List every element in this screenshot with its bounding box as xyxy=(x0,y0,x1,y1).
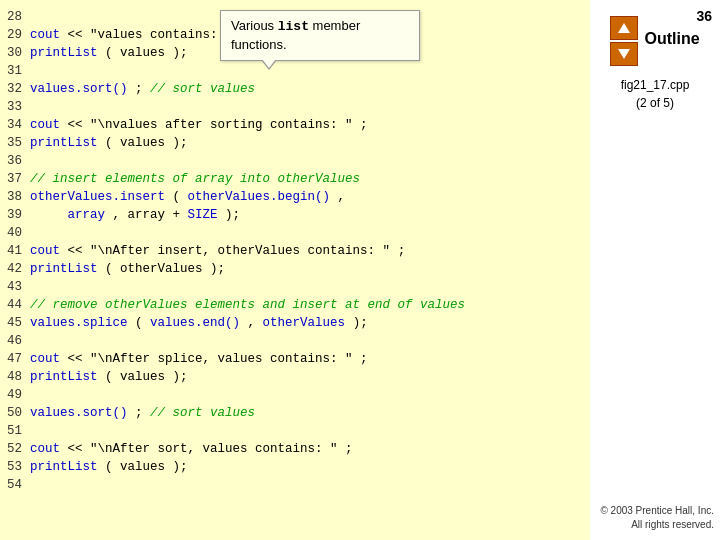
line-num-43: 43 xyxy=(0,278,30,296)
code-token: "\nAfter insert, otherValues contains: " xyxy=(90,244,390,258)
line-num-32: 32 xyxy=(0,80,30,98)
line-num-36: 36 xyxy=(0,152,30,170)
code-token xyxy=(30,208,60,222)
code-token: ( values ); xyxy=(105,46,188,60)
nav-up-button[interactable] xyxy=(610,16,638,40)
code-token: , array + xyxy=(113,208,188,222)
line-content-36 xyxy=(30,152,590,170)
fig-info: fig21_17.cpp(2 of 5) xyxy=(621,76,690,112)
svg-marker-1 xyxy=(618,49,630,59)
code-line-47: 47 cout << "\nAfter splice, values conta… xyxy=(0,350,590,368)
code-token: printList xyxy=(30,262,98,276)
line-num-33: 33 xyxy=(0,98,30,116)
code-token: , xyxy=(248,316,263,330)
line-content-47: cout << "\nAfter splice, values contains… xyxy=(30,350,590,368)
line-num-29: 29 xyxy=(0,26,30,44)
code-line-46: 46 xyxy=(0,332,590,350)
code-line-37: 37 // insert elements of array into othe… xyxy=(0,170,590,188)
copyright-notice: © 2003 Prentice Hall, Inc.All rights res… xyxy=(600,504,714,532)
code-line-50: 50 values.sort() ; // sort values xyxy=(0,404,590,422)
code-token: << xyxy=(68,118,91,132)
line-content-34: cout << "\nvalues after sorting contains… xyxy=(30,116,590,134)
code-line-41: 41 cout << "\nAfter insert, otherValues … xyxy=(0,242,590,260)
code-token: ( otherValues ); xyxy=(105,262,225,276)
code-token: SIZE xyxy=(188,208,218,222)
code-token: values.splice xyxy=(30,316,128,330)
line-num-42: 42 xyxy=(0,260,30,278)
svg-marker-0 xyxy=(618,23,630,33)
code-line-36: 36 xyxy=(0,152,590,170)
code-line-40: 40 xyxy=(0,224,590,242)
nav-arrows xyxy=(610,16,638,66)
code-token: ( xyxy=(135,316,150,330)
line-content-32: values.sort() ; // sort values xyxy=(30,80,590,98)
sidebar: 36 Outline fig21_17.cpp(2 of 5) © xyxy=(590,0,720,540)
line-num-30: 30 xyxy=(0,44,30,62)
line-num-44: 44 xyxy=(0,296,30,314)
main-container: Various list member functions. 28 29 cou… xyxy=(0,0,720,540)
code-line-33: 33 xyxy=(0,98,590,116)
line-content-44: // remove otherValues elements and inser… xyxy=(30,296,590,314)
code-line-38: 38 otherValues.insert ( otherValues.begi… xyxy=(0,188,590,206)
code-token: ); xyxy=(353,316,368,330)
code-line-31: 31 xyxy=(0,62,590,80)
nav-down-button[interactable] xyxy=(610,42,638,66)
code-token: // sort values xyxy=(150,82,255,96)
code-line-54: 54 xyxy=(0,476,590,494)
code-line-53: 53 printList ( values ); xyxy=(0,458,590,476)
code-token: cout xyxy=(30,28,60,42)
code-token: // remove otherValues elements and inser… xyxy=(30,298,465,312)
code-line-35: 35 printList ( values ); xyxy=(0,134,590,152)
code-token: ; xyxy=(135,82,150,96)
code-token: ( values ); xyxy=(105,136,188,150)
code-line-42: 42 printList ( otherValues ); xyxy=(0,260,590,278)
code-token: "\nAfter sort, values contains: " xyxy=(90,442,338,456)
code-token: ( values ); xyxy=(105,370,188,384)
line-content-51 xyxy=(30,422,590,440)
line-content-37: // insert elements of array into otherVa… xyxy=(30,170,590,188)
line-num-46: 46 xyxy=(0,332,30,350)
code-token: "values contains: " xyxy=(90,28,233,42)
code-token: ( values ); xyxy=(105,460,188,474)
code-line-43: 43 xyxy=(0,278,590,296)
line-num-31: 31 xyxy=(0,62,30,80)
code-token: ; xyxy=(345,442,353,456)
code-token: << xyxy=(68,442,91,456)
code-token: << xyxy=(68,352,91,366)
line-num-50: 50 xyxy=(0,404,30,422)
line-content-35: printList ( values ); xyxy=(30,134,590,152)
line-content-52: cout << "\nAfter sort, values contains: … xyxy=(30,440,590,458)
code-line-51: 51 xyxy=(0,422,590,440)
line-num-54: 54 xyxy=(0,476,30,494)
code-token: ); xyxy=(225,208,240,222)
nav-row: Outline xyxy=(610,12,699,66)
code-token: cout xyxy=(30,352,60,366)
code-token: printList xyxy=(30,46,98,60)
line-num-47: 47 xyxy=(0,350,30,368)
callout-arrow-inner xyxy=(262,59,276,68)
code-token: // sort values xyxy=(150,406,255,420)
code-token: ; xyxy=(360,118,368,132)
line-num-49: 49 xyxy=(0,386,30,404)
code-token: printList xyxy=(30,370,98,384)
callout-box: Various list member functions. xyxy=(220,10,420,61)
code-token: << xyxy=(68,28,91,42)
code-line-45: 45 values.splice ( values.end() , otherV… xyxy=(0,314,590,332)
code-line-52: 52 cout << "\nAfter sort, values contain… xyxy=(0,440,590,458)
line-content-39: array , array + SIZE ); xyxy=(30,206,590,224)
code-token: values.end() xyxy=(150,316,240,330)
outline-label: Outline xyxy=(644,30,699,48)
line-content-42: printList ( otherValues ); xyxy=(30,260,590,278)
code-token: "\nvalues after sorting contains: " xyxy=(90,118,353,132)
code-token: ; xyxy=(135,406,150,420)
line-content-38: otherValues.insert ( otherValues.begin()… xyxy=(30,188,590,206)
code-token: printList xyxy=(30,136,98,150)
code-token: values.sort() xyxy=(30,406,128,420)
line-content-50: values.sort() ; // sort values xyxy=(30,404,590,422)
code-token: ; xyxy=(398,244,406,258)
code-token: otherValues.insert xyxy=(30,190,165,204)
code-token: cout xyxy=(30,442,60,456)
code-line-32: 32 values.sort() ; // sort values xyxy=(0,80,590,98)
copyright-text: © 2003 Prentice Hall, Inc.All rights res… xyxy=(600,505,714,530)
code-line-49: 49 xyxy=(0,386,590,404)
